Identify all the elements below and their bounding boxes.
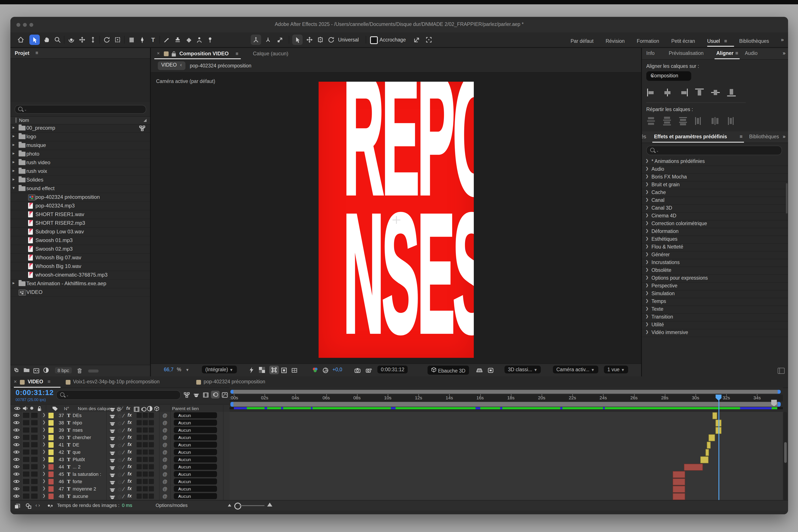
layer-collapse-switch[interactable]	[116, 428, 123, 434]
layer-av-cell[interactable]	[31, 435, 38, 440]
layer-quality-switch[interactable]: ∕	[123, 450, 124, 456]
layer-expand-icon[interactable]: ❯	[42, 435, 45, 439]
layer-expand-icon[interactable]: ❯	[42, 420, 45, 424]
tree-chevron-icon[interactable]: ▸	[13, 142, 18, 147]
layer-collapse-switch[interactable]	[116, 472, 123, 478]
layer-quality-switch[interactable]: ∕	[123, 435, 124, 441]
layer-duration-bar[interactable]	[709, 434, 715, 441]
channels-icon[interactable]	[312, 367, 319, 373]
project-item[interactable]: ▸photo	[11, 150, 150, 158]
layer-name[interactable]: répo	[73, 420, 82, 425]
snapshot-icon[interactable]	[354, 367, 361, 374]
label-column-icon[interactable]	[52, 406, 58, 412]
layer-eye-icon[interactable]	[13, 479, 20, 483]
layer-av-cell[interactable]	[23, 479, 30, 484]
effect-category[interactable]: ❯* Animations prédéfinies	[642, 158, 788, 166]
workspace-tab-usuel[interactable]: Usuel≡	[707, 38, 727, 44]
layer-av-cell[interactable]	[23, 457, 30, 462]
layer-expand-icon[interactable]: ❯	[42, 479, 45, 483]
layer-switch-cell[interactable]	[142, 464, 148, 469]
chevron-right-icon[interactable]: ❯	[645, 213, 649, 217]
effect-category[interactable]: ❯Cache	[642, 189, 788, 197]
layer-av-cell[interactable]	[31, 472, 38, 477]
project-search-input[interactable]: ⌄	[15, 105, 146, 114]
workspace-tab-par-d-faut[interactable]: Par défaut	[571, 38, 593, 44]
gizmo-rotate-mode[interactable]	[326, 35, 336, 45]
layer-collapse-switch[interactable]	[116, 413, 123, 420]
layer-label-chip[interactable]	[49, 494, 54, 499]
expand-transfer-icon[interactable]	[25, 502, 32, 510]
layer-quality-switch[interactable]: ∕	[123, 420, 124, 426]
layer-shy-switch[interactable]	[109, 442, 116, 449]
parent-dropdown[interactable]: Aucun▼	[174, 434, 217, 440]
track-row[interactable]	[230, 419, 783, 427]
region-of-interest-icon[interactable]	[269, 366, 279, 374]
layer-switch-cell[interactable]	[137, 450, 142, 455]
layer-shy-switch[interactable]	[109, 494, 116, 500]
parent-dropdown[interactable]: Aucun▼	[174, 478, 217, 484]
project-item[interactable]: ▸Solides	[11, 176, 150, 185]
chevron-right-icon[interactable]: ❯	[645, 314, 649, 319]
tab-biblioth-ques[interactable]: Bibliothèques	[749, 134, 779, 139]
lock-open-icon[interactable]	[171, 51, 176, 57]
chevron-right-icon[interactable]: ❯	[645, 158, 649, 163]
layer-switch-cell[interactable]	[149, 479, 154, 484]
layer-label-chip[interactable]	[49, 472, 54, 477]
layer-switch-cell[interactable]	[149, 472, 154, 477]
layer-name[interactable]: DEs	[73, 413, 82, 418]
chevron-right-icon[interactable]: ❯	[645, 260, 649, 264]
layer-expand-icon[interactable]: ❯	[42, 457, 45, 461]
layer-quality-switch[interactable]: ∕	[123, 442, 124, 448]
universal-gizmo-label[interactable]: Universal	[338, 37, 359, 42]
layer-row[interactable]: ❯48Taucune∕fx@Aucun▼	[11, 493, 230, 500]
extended-viewer-icon[interactable]	[487, 367, 494, 374]
layer-switch-cell[interactable]	[142, 435, 148, 440]
share-button[interactable]	[412, 35, 422, 45]
layer-av-cell[interactable]	[31, 442, 38, 447]
layer-switch-cell[interactable]	[137, 494, 142, 499]
puppet-pin-tool[interactable]	[205, 35, 215, 45]
chevron-right-icon[interactable]: ❯	[645, 306, 649, 311]
selection-tool[interactable]	[30, 35, 40, 45]
graph-editor-icon[interactable]	[221, 392, 228, 398]
axis-local-mode[interactable]	[251, 35, 261, 45]
layer-row[interactable]: ❯44T... 2∕fx@Aucun▼	[11, 463, 230, 471]
timeline-zoom-knob[interactable]	[234, 502, 241, 510]
options-modes-toggle[interactable]: Options/modes	[156, 502, 188, 508]
parent-pickwhip-icon[interactable]: @	[163, 450, 167, 455]
eraser-tool[interactable]	[183, 35, 194, 45]
layer-av-cell[interactable]	[23, 464, 30, 469]
tab-composition-video[interactable]: Composition VIDEO	[179, 51, 229, 57]
layer-collapse-switch[interactable]	[116, 457, 123, 464]
panel-menu-icon[interactable]: ≡	[735, 51, 738, 56]
track-row[interactable]	[230, 441, 783, 449]
parent-dropdown[interactable]: Aucun▼	[174, 464, 217, 470]
layer-shy-switch[interactable]	[109, 479, 116, 486]
parent-pickwhip-icon[interactable]: @	[163, 464, 167, 469]
layer-switch-cell[interactable]	[149, 450, 154, 455]
layer-switch-cell[interactable]	[149, 435, 154, 440]
layer-collapse-switch[interactable]	[116, 420, 123, 427]
column-nom[interactable]: Nom	[19, 117, 29, 123]
tree-chevron-icon[interactable]: ▸	[13, 281, 18, 285]
layer-fx-switch[interactable]: fx	[128, 486, 132, 491]
tree-chevron-icon[interactable]: ▸	[13, 168, 18, 173]
layer-collapse-switch[interactable]	[116, 486, 123, 493]
distribute-icon-5[interactable]	[710, 116, 721, 126]
track-row[interactable]	[230, 485, 783, 493]
fx-switch-icon[interactable]: fx	[126, 405, 130, 411]
layer-fx-switch[interactable]: fx	[128, 478, 132, 483]
align-icon-bottom[interactable]	[726, 88, 737, 97]
layer-switch-cell[interactable]	[149, 464, 154, 469]
layer-name[interactable]: aucune	[73, 494, 88, 499]
parent-dropdown[interactable]: Aucun▼	[174, 456, 217, 462]
timeline-timecode[interactable]: 0:00:31:12	[16, 388, 54, 397]
chevron-right-icon[interactable]: ❯	[645, 330, 649, 334]
layer-collapse-switch[interactable]	[116, 494, 123, 500]
clone-stamp-tool[interactable]	[172, 35, 183, 45]
layer-duration-bar[interactable]	[672, 471, 685, 478]
project-item[interactable]: ▾sound effect	[11, 185, 150, 193]
layer-switch-cell[interactable]	[142, 479, 148, 484]
project-item[interactable]: pop-402324.mp3	[11, 202, 150, 210]
chevron-right-icon[interactable]: ❯	[645, 229, 649, 233]
